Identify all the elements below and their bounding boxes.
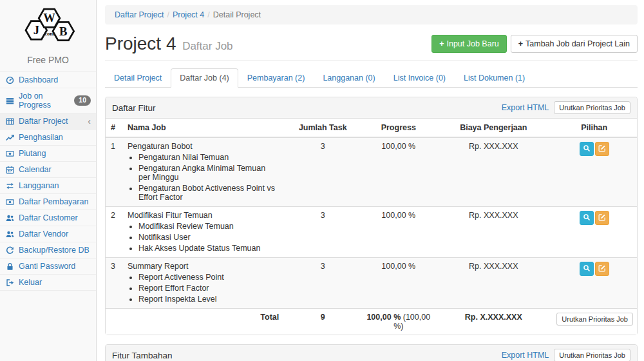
main-content: Daftar Project/Project 4/Detail Project …	[97, 0, 644, 361]
task-count: 3	[284, 207, 361, 258]
tab-list-invoice-0[interactable]: List Invoice (0)	[384, 68, 455, 88]
table-header: #Nama JobJumlah TaskProgressBiaya Penger…	[106, 119, 637, 137]
search-icon	[583, 144, 591, 154]
row-number: 1	[106, 137, 122, 207]
logo-letter-b: B	[59, 24, 67, 38]
row-actions	[551, 258, 637, 309]
progress-value: 100,00 %	[361, 137, 435, 207]
calendar-icon	[5, 166, 15, 174]
sidebar-item-piutang[interactable]: Piutang	[0, 146, 96, 162]
sidebar-item-penghasilan[interactable]: Penghasilan	[0, 130, 96, 146]
sidebar-item-backup-restore-db[interactable]: Backup/Restore DB	[0, 242, 96, 259]
job-subtask: Pengaturan Angka Minimal Temuan per Ming…	[138, 164, 279, 182]
table-header-row: #Nama JobJumlah TaskProgressBiaya Penger…	[106, 119, 637, 137]
job-subtask: Report Inspekta Level	[138, 295, 279, 304]
job-name-cell: Pengaturan BobotPengaturan Nilai TemuanP…	[122, 137, 284, 207]
column-header-: #	[106, 119, 122, 137]
chart-line-icon	[5, 133, 15, 142]
job-subtask: Modifikasi Review Temuan	[138, 222, 279, 231]
users-icon	[5, 214, 15, 222]
sidebar-item-label: Penghasilan	[19, 133, 63, 142]
sidebar-item-job-on-progress[interactable]: Job on Progress10	[0, 88, 96, 113]
sidebar-item-dashboard[interactable]: Dashboard	[0, 72, 96, 88]
page-title: Project 4 Daftar Job	[105, 34, 233, 54]
export-html-link[interactable]: Export HTML	[502, 351, 549, 360]
breadcrumb-separator: /	[204, 10, 213, 19]
breadcrumb-project-4[interactable]: Project 4	[173, 10, 204, 19]
tambah-job-dari-project-lain-button[interactable]: +Tambah Job dari Project Lain	[511, 35, 638, 53]
sidebar-item-label: Daftar Customer	[19, 213, 78, 222]
row-number: 2	[106, 207, 122, 258]
column-header-pilihan: Pilihan	[551, 119, 637, 137]
edit-icon	[598, 264, 606, 274]
logo-letter-w: W	[43, 11, 55, 24]
tasks-icon	[5, 97, 15, 105]
search-icon	[583, 264, 591, 274]
sidebar-item-keluar[interactable]: Keluar	[0, 275, 96, 291]
sidebar-item-calendar[interactable]: Calendar	[0, 162, 96, 178]
table-row: 3Summary ReportReport Activeness PointRe…	[106, 258, 637, 309]
job-subtask: Report Activeness Point	[138, 273, 279, 282]
sort-priority-button[interactable]: Urutkan Prioritas Job	[554, 349, 630, 361]
edit-job-button[interactable]	[595, 262, 609, 276]
sidebar-item-ganti-password[interactable]: Ganti Password	[0, 259, 96, 275]
panel-heading: Fitur TambahanExport HTMLUrutkan Priorit…	[106, 345, 637, 361]
plus-icon: +	[439, 39, 444, 48]
sidebar-item-daftar-pembayaran[interactable]: Daftar Pembayaran	[0, 194, 96, 210]
job-name-cell: Summary ReportReport Activeness PointRep…	[122, 258, 284, 309]
edit-job-button[interactable]	[595, 211, 609, 225]
fitur-tambahan-panel: Fitur TambahanExport HTMLUrutkan Priorit…	[105, 344, 638, 361]
tab-pembayaran-2[interactable]: Pembayaran (2)	[238, 68, 314, 88]
refresh-icon	[5, 246, 15, 255]
sidebar-item-label: Daftar Vendor	[19, 229, 68, 239]
sidebar-item-label: Ganti Password	[19, 262, 75, 271]
sort-priority-button[interactable]: Urutkan Prioritas Job	[554, 101, 630, 114]
view-job-button[interactable]	[580, 262, 594, 276]
tab-detail-project[interactable]: Detail Project	[105, 68, 171, 88]
table-footer: Total9100,00 % (100,00 %)Rp. X.XXX.XXXUr…	[106, 309, 637, 335]
job-name: Pengaturan Bobot	[128, 142, 279, 151]
tab-langganan-0[interactable]: Langganan (0)	[314, 68, 384, 88]
sidebar-item-label: Langganan	[19, 181, 59, 190]
panel-heading-actions: Export HTMLUrutkan Prioritas Job	[502, 349, 630, 361]
sidebar-item-label: Calendar	[19, 165, 52, 174]
view-job-button[interactable]	[580, 142, 594, 156]
sidebar-item-daftar-project[interactable]: Daftar Project‹	[0, 113, 96, 130]
job-table: #Nama JobJumlah TaskProgressBiaya Penger…	[106, 119, 637, 335]
tab-daftar-job-4[interactable]: Daftar Job (4)	[171, 68, 238, 88]
progress-value: 100,00 %	[361, 207, 435, 258]
total-task-count: 9	[284, 309, 361, 335]
job-subtasks: Report Activeness PointReport Effort Fac…	[128, 273, 279, 304]
edit-job-button[interactable]	[595, 142, 609, 156]
panels-container: Daftar FiturExport HTMLUrutkan Prioritas…	[105, 97, 638, 361]
sidebar-menu: DashboardJob on Progress10Daftar Project…	[0, 72, 96, 291]
panel-title: Daftar Fitur	[112, 103, 156, 113]
page-header: Project 4 Daftar Job +Input Job Baru+Tam…	[105, 34, 638, 61]
input-job-baru-button[interactable]: +Input Job Baru	[431, 35, 507, 53]
total-label: Total	[106, 309, 284, 335]
job-subtask: Pengaturan Nilai Temuan	[138, 153, 279, 162]
job-subtasks: Pengaturan Nilai TemuanPengaturan Angka …	[128, 153, 279, 202]
sidebar-item-langganan[interactable]: Langganan	[0, 178, 96, 194]
column-header-nama-job: Nama Job	[122, 119, 284, 137]
button-label: Tambah Job dari Project Lain	[526, 39, 630, 48]
job-subtask: Report Effort Factor	[138, 284, 279, 293]
sidebar-item-daftar-customer[interactable]: Daftar Customer	[0, 210, 96, 226]
tab-list-dokumen-1[interactable]: List Dokumen (1)	[455, 68, 534, 88]
table-body: 1Pengaturan BobotPengaturan Nilai Temuan…	[106, 137, 637, 309]
app-logo: J W B .com	[0, 0, 96, 54]
page-subtitle: Daftar Job	[182, 40, 232, 52]
total-progress-value: 100,00 %	[366, 313, 401, 322]
sidebar-item-daftar-vendor[interactable]: Daftar Vendor	[0, 226, 96, 242]
job-subtask: Pengaturan Bobot Activeness Point vs Eff…	[138, 184, 279, 202]
table-icon	[5, 117, 15, 126]
project-tabs: Detail ProjectDaftar Job (4)Pembayaran (…	[105, 68, 638, 88]
breadcrumb-daftar-project[interactable]: Daftar Project	[115, 10, 164, 19]
export-html-link[interactable]: Export HTML	[502, 103, 549, 112]
panel-heading: Daftar FiturExport HTMLUrutkan Prioritas…	[106, 97, 637, 119]
sidebar-item-label: Backup/Restore DB	[19, 246, 90, 255]
view-job-button[interactable]	[580, 211, 594, 225]
sort-priority-button[interactable]: Urutkan Prioritas Job	[556, 313, 633, 326]
chevron-left-icon: ‹	[88, 117, 91, 126]
edit-icon	[598, 144, 606, 154]
